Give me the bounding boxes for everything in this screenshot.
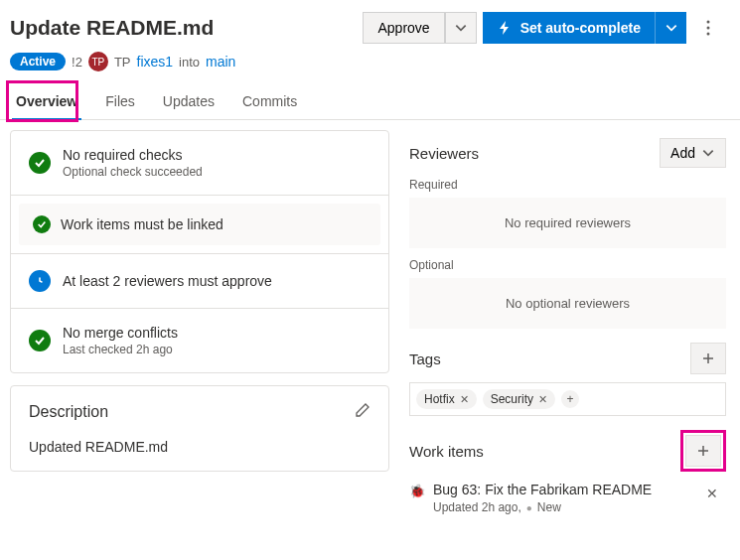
approve-label: Approve xyxy=(377,20,429,36)
avatar: TP xyxy=(88,52,108,71)
tag-label: Security xyxy=(491,392,533,406)
add-tag-button[interactable] xyxy=(690,343,726,374)
workitems-heading: Work items xyxy=(409,443,484,460)
chevron-down-icon xyxy=(665,21,678,35)
description-card: Description Updated README.md xyxy=(10,385,389,472)
status-dot-icon: ● xyxy=(526,502,532,513)
add-workitem-button[interactable] xyxy=(685,435,721,467)
source-branch-link[interactable]: fixes1 xyxy=(137,54,174,70)
status-badge: Active xyxy=(10,53,66,70)
kebab-icon xyxy=(706,20,710,36)
description-body: Updated README.md xyxy=(29,439,370,455)
plus-icon xyxy=(701,351,715,365)
pr-number: !2 xyxy=(72,55,82,70)
tab-files[interactable]: Files xyxy=(101,85,139,119)
tag-chip[interactable]: Security ✕ xyxy=(483,389,555,409)
chevron-down-icon xyxy=(701,146,715,160)
tag-label: Hotfix xyxy=(424,392,455,406)
lightning-icon xyxy=(497,20,513,36)
pencil-icon xyxy=(355,402,370,418)
add-tag-inline-button[interactable]: + xyxy=(561,390,579,408)
remove-workitem-button[interactable]: ✕ xyxy=(698,482,726,505)
more-actions-button[interactable] xyxy=(692,12,724,44)
tags-strip: Hotfix ✕ Security ✕ + xyxy=(409,382,726,416)
annotation-highlight xyxy=(680,430,726,472)
check-success-icon xyxy=(29,152,51,174)
tab-updates[interactable]: Updates xyxy=(159,85,219,119)
workitem-state: New xyxy=(537,500,561,514)
workitem-title: Bug 63: Fix the Fabrikam README xyxy=(433,482,652,497)
check-subtitle: Last checked 2h ago xyxy=(63,343,178,356)
autocomplete-dropdown[interactable] xyxy=(655,12,686,44)
check-success-icon xyxy=(29,330,51,351)
tab-commits[interactable]: Commits xyxy=(238,85,301,119)
into-text: into xyxy=(179,55,200,70)
check-title: At least 2 reviewers must approve xyxy=(63,273,272,289)
required-label: Required xyxy=(409,178,726,192)
check-title: Work items must be linked xyxy=(61,216,223,232)
workitem-row[interactable]: 🐞 Bug 63: Fix the Fabrikam README Update… xyxy=(409,482,726,514)
add-reviewer-label: Add xyxy=(670,145,695,161)
remove-tag-button[interactable]: ✕ xyxy=(538,393,547,406)
author-initials: TP xyxy=(114,55,131,70)
reviewers-heading: Reviewers xyxy=(409,145,479,162)
svg-point-2 xyxy=(707,33,710,36)
chevron-down-icon xyxy=(454,21,468,35)
svg-point-1 xyxy=(707,27,710,30)
required-reviewers-empty: No required reviewers xyxy=(409,198,726,248)
plus-icon xyxy=(696,444,710,458)
svg-point-0 xyxy=(707,21,710,24)
clock-icon xyxy=(29,270,51,292)
bug-icon: 🐞 xyxy=(409,484,425,498)
approve-button[interactable]: Approve xyxy=(363,12,444,44)
add-reviewer-button[interactable]: Add xyxy=(660,138,726,168)
description-heading: Description xyxy=(29,403,108,421)
optional-label: Optional xyxy=(409,258,726,272)
tags-heading: Tags xyxy=(409,350,441,367)
checks-card: No required checks Optional check succee… xyxy=(10,130,389,373)
target-branch-link[interactable]: main xyxy=(206,54,235,70)
page-title: Update README.md xyxy=(10,16,214,40)
autocomplete-label: Set auto-complete xyxy=(520,20,641,36)
approve-dropdown[interactable] xyxy=(445,12,477,44)
check-title: No required checks xyxy=(63,147,203,163)
check-title: No merge conflicts xyxy=(63,325,178,341)
check-success-icon xyxy=(33,215,51,233)
set-autocomplete-button[interactable]: Set auto-complete xyxy=(483,12,655,44)
optional-reviewers-empty: No optional reviewers xyxy=(409,278,726,329)
check-subtitle: Optional check succeeded xyxy=(63,165,203,179)
remove-tag-button[interactable]: ✕ xyxy=(460,393,469,406)
tab-overview[interactable]: Overview xyxy=(12,85,81,119)
edit-description-button[interactable] xyxy=(355,402,370,421)
tag-chip[interactable]: Hotfix ✕ xyxy=(416,389,477,409)
workitem-updated: Updated 2h ago, xyxy=(433,500,521,514)
